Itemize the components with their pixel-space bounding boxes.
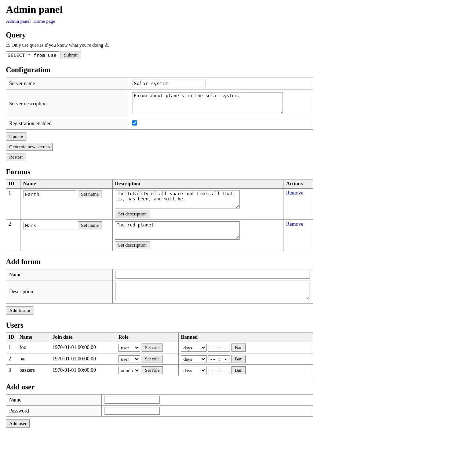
- breadcrumb-admin-panel[interactable]: Admin panel: [6, 18, 31, 24]
- add-forum-button[interactable]: Add forum: [6, 306, 33, 315]
- restart-button[interactable]: Restart: [6, 153, 26, 161]
- user-ban-button-2[interactable]: Ban: [231, 355, 246, 363]
- forum-remove-link-1[interactable]: Remove: [286, 190, 303, 196]
- forum-set-name-button-2[interactable]: Set name: [78, 221, 102, 229]
- forums-col-actions: Actions: [284, 179, 313, 189]
- forum-id-2: 2: [6, 220, 21, 251]
- user-name-1: foo: [17, 342, 50, 353]
- forum-row-2: 2 Set name The red planet. Set descripti…: [6, 220, 313, 251]
- add-forum-table: Name Description: [6, 269, 313, 304]
- add-user-table: Name Password: [6, 394, 313, 417]
- user-join-date-3: 1970-01-01 00:00:00: [50, 365, 116, 376]
- forum-set-name-button-1[interactable]: Set name: [78, 190, 102, 198]
- users-table: ID Name Join date Role Banned 1 foo 1970…: [6, 333, 313, 376]
- forum-set-description-button-1[interactable]: Set description: [115, 210, 150, 218]
- forums-table-header: ID Name Description Actions: [6, 179, 313, 189]
- add-forum-description-textarea[interactable]: [116, 282, 310, 300]
- user-id-1: 1: [6, 342, 17, 353]
- user-row-2: 2 bar 1970-01-01 00:00:00 user admin Set…: [6, 353, 313, 365]
- add-user-name-input[interactable]: [105, 396, 160, 404]
- user-role-select-3[interactable]: user admin: [118, 367, 140, 374]
- config-row-server-description: Server description Forum about planets i…: [6, 90, 313, 118]
- add-forum-section-title: Add forum: [6, 258, 313, 266]
- user-ban-time-input-1[interactable]: [208, 344, 230, 352]
- server-name-input[interactable]: [132, 80, 205, 87]
- config-label-registration: Registration enabled: [6, 118, 129, 130]
- users-section-title: Users: [6, 321, 313, 330]
- forum-actions-2: Remove: [284, 220, 313, 251]
- user-role-cell-1: user admin Set role: [116, 342, 179, 353]
- users-table-header: ID Name Join date Role Banned: [6, 333, 313, 342]
- generate-secrets-button[interactable]: Generate new secrets: [6, 143, 53, 151]
- user-row-1: 1 foo 1970-01-01 00:00:00 user admin Set…: [6, 342, 313, 353]
- query-section-title: Query: [6, 31, 313, 39]
- user-banned-cell-1: days Ban: [179, 342, 313, 353]
- add-forum-name-row: Name: [6, 269, 313, 280]
- update-button[interactable]: Update: [6, 132, 26, 141]
- forum-name-cell-1: Set name: [21, 189, 113, 220]
- add-forum-desc-row: Description: [6, 280, 313, 304]
- user-name-2: bar: [17, 353, 50, 365]
- forums-col-description: Description: [113, 179, 284, 189]
- forum-name-input-2[interactable]: [23, 222, 76, 229]
- query-submit-button[interactable]: [61, 51, 81, 59]
- forum-name-cell-2: Set name: [21, 220, 113, 251]
- user-set-role-button-3[interactable]: Set role: [142, 366, 163, 374]
- warning-text: ⚠ Only use queries if you know what you'…: [6, 42, 109, 48]
- add-user-button[interactable]: Add user: [6, 419, 30, 428]
- forum-name-input-1[interactable]: [23, 190, 76, 198]
- forums-table: ID Name Description Actions 1 Set name T…: [6, 179, 313, 251]
- user-banned-cell-2: days Ban: [179, 353, 313, 365]
- user-ban-days-select-1[interactable]: days: [181, 344, 207, 352]
- user-ban-button-1[interactable]: Ban: [231, 344, 246, 352]
- user-role-cell-2: user admin Set role: [116, 353, 179, 365]
- config-row-registration: Registration enabled: [6, 118, 313, 130]
- user-ban-button-3[interactable]: Ban: [231, 366, 246, 374]
- user-role-select-2[interactable]: user admin: [118, 355, 140, 363]
- config-label-server-description: Server description: [6, 90, 129, 118]
- user-ban-time-input-2[interactable]: [208, 355, 230, 363]
- forum-set-description-button-2[interactable]: Set description: [115, 241, 150, 249]
- add-user-password-row: Password: [6, 406, 313, 417]
- user-row-3: 3 bazzers 1970-01-01 00:00:00 user admin…: [6, 365, 313, 376]
- forum-description-cell-1: The totality of all space and time; all …: [113, 189, 284, 220]
- server-description-textarea[interactable]: Forum about planets in the solar system.: [132, 92, 282, 114]
- forum-actions-1: Remove: [284, 189, 313, 220]
- user-id-2: 2: [6, 353, 17, 365]
- add-forum-name-input[interactable]: [116, 271, 310, 279]
- user-role-cell-3: user admin Set role: [116, 365, 179, 376]
- query-input[interactable]: [6, 51, 59, 59]
- forum-description-textarea-2[interactable]: The red planet.: [115, 221, 240, 240]
- user-set-role-button-1[interactable]: Set role: [142, 344, 163, 352]
- user-banned-cell-3: days Ban: [179, 365, 313, 376]
- forums-col-name: Name: [21, 179, 113, 189]
- users-col-join-date: Join date: [50, 333, 116, 342]
- user-role-select-1[interactable]: user admin: [118, 344, 140, 352]
- add-user-name-label: Name: [6, 395, 102, 406]
- users-col-banned: Banned: [179, 333, 313, 342]
- add-forum-desc-label: Description: [6, 280, 113, 304]
- users-col-role: Role: [116, 333, 179, 342]
- add-user-name-row: Name: [6, 395, 313, 406]
- page-title: Admin panel: [6, 4, 313, 15]
- user-name-3: bazzers: [17, 365, 50, 376]
- user-join-date-2: 1970-01-01 00:00:00: [50, 353, 116, 365]
- registration-enabled-checkbox[interactable]: [132, 120, 137, 126]
- config-label-server-name: Server name: [6, 77, 129, 90]
- user-id-3: 3: [6, 365, 17, 376]
- user-ban-time-input-3[interactable]: [208, 367, 230, 374]
- add-forum-name-label: Name: [6, 269, 113, 280]
- forums-section-title: Forums: [6, 168, 313, 176]
- forum-description-cell-2: The red planet. Set description: [113, 220, 284, 251]
- configuration-section-title: Configuration: [6, 66, 313, 74]
- users-col-id: ID: [6, 333, 17, 342]
- forum-description-textarea-1[interactable]: The totality of all space and time; all …: [115, 190, 240, 208]
- forum-remove-link-2[interactable]: Remove: [286, 221, 303, 227]
- user-ban-days-select-3[interactable]: days: [181, 367, 207, 374]
- user-set-role-button-2[interactable]: Set role: [142, 355, 163, 363]
- breadcrumb: Admin panel Home page: [6, 18, 313, 24]
- breadcrumb-home-page[interactable]: Home page: [33, 18, 55, 24]
- user-ban-days-select-2[interactable]: days: [181, 355, 207, 363]
- add-user-password-label: Password: [6, 406, 102, 417]
- add-user-password-input[interactable]: [105, 407, 160, 415]
